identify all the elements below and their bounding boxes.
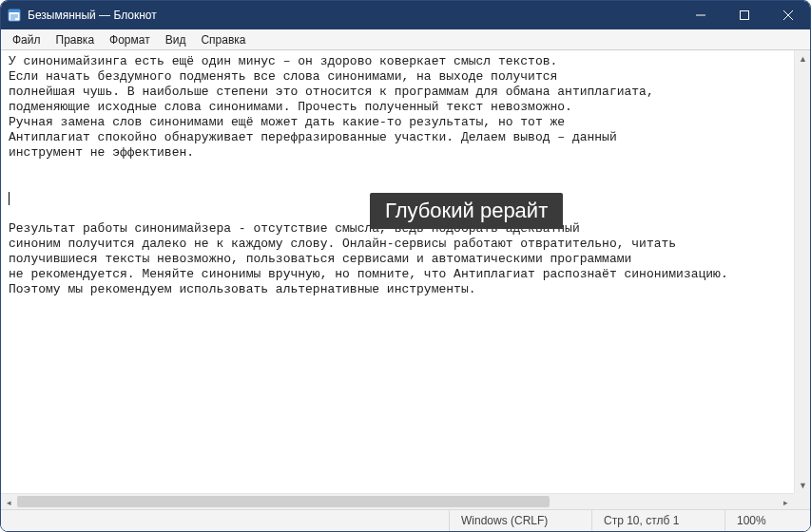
menu-view[interactable]: Вид (158, 31, 194, 48)
svg-rect-1 (9, 10, 20, 12)
hscroll-track[interactable] (17, 494, 778, 509)
status-encoding: Windows (CRLF) (449, 510, 591, 531)
status-zoom: 100% (724, 510, 810, 531)
maximize-button[interactable] (723, 1, 766, 29)
menu-file[interactable]: Файл (5, 31, 48, 48)
app-window: Безымянный — Блокнот Файл Правка Формат … (0, 0, 811, 532)
text-editor[interactable]: У синонимайзинга есть ещё один минус – о… (3, 50, 793, 492)
menu-edit[interactable]: Правка (48, 31, 103, 48)
scroll-left-icon[interactable]: ◂ (1, 494, 17, 509)
title-bar[interactable]: Безымянный — Блокнот (1, 1, 810, 29)
scroll-up-icon[interactable]: ▲ (795, 50, 810, 66)
horizontal-scrollbar[interactable]: ◂ ▸ (1, 493, 794, 509)
status-empty (1, 510, 449, 531)
editor-paragraph-2: Результат работы синонимайзера - отсутст… (9, 221, 728, 296)
menu-bar: Файл Правка Формат Вид Справка (1, 29, 810, 50)
menu-format[interactable]: Формат (102, 31, 158, 48)
hscroll-thumb[interactable] (17, 496, 550, 507)
editor-area: У синонимайзинга есть ещё один минус – о… (1, 50, 810, 509)
vscroll-track[interactable] (795, 66, 810, 477)
resize-grip[interactable] (794, 493, 810, 509)
close-button[interactable] (766, 1, 810, 29)
scroll-down-icon[interactable]: ▼ (795, 477, 810, 493)
editor-paragraph-1: У синонимайзинга есть ещё один минус – о… (9, 54, 654, 160)
window-title: Безымянный — Блокнот (28, 9, 157, 22)
vertical-scrollbar[interactable]: ▲ ▼ (794, 50, 810, 493)
text-caret (9, 192, 10, 205)
svg-rect-6 (741, 11, 749, 20)
notepad-icon (7, 8, 22, 23)
scroll-right-icon[interactable]: ▸ (778, 494, 794, 509)
menu-help[interactable]: Справка (193, 31, 253, 48)
status-bar: Windows (CRLF) Стр 10, стлб 1 100% (1, 509, 810, 531)
minimize-button[interactable] (679, 1, 723, 29)
status-position: Стр 10, стлб 1 (591, 510, 724, 531)
